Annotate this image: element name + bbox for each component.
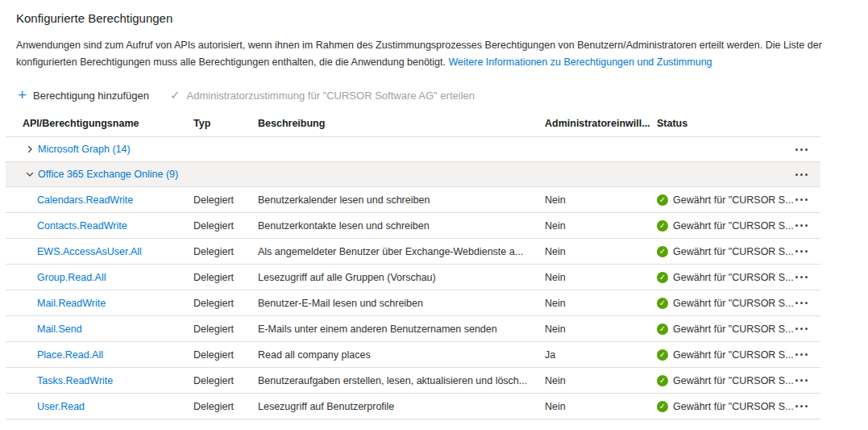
permission-actions-cell — [794, 349, 820, 361]
permission-name-link[interactable]: Mail.Send — [37, 324, 82, 335]
status-text: Gewährt für "CURSOR S... — [673, 272, 794, 283]
more-options-button[interactable] — [794, 271, 809, 283]
permission-name-link[interactable]: Group.Read.All — [37, 272, 106, 283]
page-description: Anwendungen sind zum Aufruf von APIs aut… — [16, 37, 854, 71]
permission-status-cell: ✓ Gewährt für "CURSOR S... — [657, 349, 794, 361]
status-text: Gewährt für "CURSOR S... — [673, 194, 794, 206]
permission-description: Benutzerkalender lesen und schreiben — [258, 194, 545, 206]
status-text: Gewährt für "CURSOR S... — [673, 246, 794, 257]
status-badge: ✓ Gewährt für "CURSOR S... — [657, 272, 794, 283]
permissions-table: API/Berechtigungsname Typ Beschreibung A… — [6, 111, 820, 420]
permission-description: Benutzer-E-Mail lesen und schreiben — [258, 298, 545, 309]
status-badge: ✓ Gewährt für "CURSOR S... — [657, 401, 794, 412]
granted-check-icon: ✓ — [657, 349, 668, 361]
chevron-icon[interactable] — [25, 144, 35, 154]
learn-more-link[interactable]: Weitere Informationen zu Berechtigungen … — [449, 56, 712, 68]
group-actions-cell — [794, 169, 820, 181]
column-header-api-name[interactable]: API/Berechtigungsname — [6, 118, 193, 129]
api-group-row[interactable]: Office 365 Exchange Online (9) — [6, 162, 820, 187]
more-options-button[interactable] — [794, 349, 809, 361]
permission-status-cell: ✓ Gewährt für "CURSOR S... — [657, 272, 794, 283]
permission-type: Delegiert — [193, 194, 258, 206]
permission-row[interactable]: EWS.AccessAsUser.All Delegiert Als angem… — [6, 239, 820, 265]
permission-name-cell: Group.Read.All — [6, 272, 193, 283]
column-header-type[interactable]: Typ — [193, 118, 258, 129]
permission-actions-cell — [794, 271, 820, 283]
permission-description: Lesezugriff auf Benutzerprofile — [258, 401, 545, 412]
permission-description: Read all company places — [258, 349, 545, 361]
permission-type: Delegiert — [193, 349, 258, 361]
more-options-button[interactable] — [794, 374, 809, 386]
permission-name-link[interactable]: Tasks.ReadWrite — [37, 375, 113, 386]
more-options-button[interactable] — [794, 297, 809, 309]
permission-status-cell: ✓ Gewährt für "CURSOR S... — [657, 401, 794, 412]
admin-consent-required: Nein — [545, 401, 657, 412]
permission-status-cell: ✓ Gewährt für "CURSOR S... — [657, 375, 794, 386]
group-name-link[interactable]: Microsoft Graph (14) — [38, 144, 131, 155]
permission-actions-cell — [794, 400, 820, 412]
admin-consent-required: Nein — [545, 298, 657, 309]
chevron-icon[interactable] — [25, 169, 35, 179]
permission-type: Delegiert — [193, 246, 258, 257]
permission-name-link[interactable]: Calendars.ReadWrite — [37, 194, 133, 206]
admin-consent-required: Nein — [545, 246, 657, 257]
permission-name-cell: Contacts.ReadWrite — [6, 220, 193, 232]
more-options-button[interactable] — [794, 245, 809, 257]
permission-name-link[interactable]: EWS.AccessAsUser.All — [37, 246, 142, 257]
api-permissions-pane: Konfigurierte Berechtigungen Anwendungen… — [0, 0, 868, 430]
permission-name-link[interactable]: Place.Read.All — [37, 349, 103, 361]
permission-type: Delegiert — [193, 298, 258, 309]
permission-type: Delegiert — [193, 220, 258, 232]
toolbar: + Berechtigung hinzufügen ✓ Administrato… — [18, 84, 868, 106]
status-text: Gewährt für "CURSOR S... — [673, 349, 794, 361]
admin-consent-required: Nein — [545, 220, 657, 232]
granted-check-icon: ✓ — [657, 194, 668, 206]
status-text: Gewährt für "CURSOR S... — [673, 298, 794, 309]
status-badge: ✓ Gewährt für "CURSOR S... — [657, 375, 794, 386]
add-permission-button[interactable]: + Berechtigung hinzufügen — [18, 88, 149, 102]
permission-row[interactable]: User.Read Delegiert Lesezugriff auf Benu… — [6, 394, 820, 420]
granted-check-icon: ✓ — [657, 401, 668, 412]
more-options-button[interactable] — [794, 144, 809, 156]
permission-type: Delegiert — [193, 375, 258, 386]
permission-description: Als angemeldeter Benutzer über Exchange-… — [258, 246, 545, 257]
permission-name-link[interactable]: Mail.ReadWrite — [37, 298, 106, 309]
granted-check-icon: ✓ — [657, 375, 668, 386]
granted-check-icon: ✓ — [657, 324, 668, 335]
more-options-button[interactable] — [794, 169, 809, 181]
permission-row[interactable]: Calendars.ReadWrite Delegiert Benutzerka… — [6, 187, 820, 213]
more-options-button[interactable] — [794, 194, 809, 206]
permission-actions-cell — [794, 297, 820, 309]
grant-admin-consent-button[interactable]: ✓ Administratorzustimmung für "CURSOR So… — [170, 89, 475, 102]
permission-row[interactable]: Contacts.ReadWrite Delegiert Benutzerkon… — [6, 213, 820, 239]
granted-check-icon: ✓ — [657, 272, 668, 283]
permission-name-cell: Mail.ReadWrite — [6, 298, 193, 309]
permission-type: Delegiert — [193, 272, 258, 283]
status-text: Gewährt für "CURSOR S... — [673, 401, 794, 412]
more-options-button[interactable] — [794, 323, 809, 335]
permission-row[interactable]: Group.Read.All Delegiert Lesezugriff auf… — [6, 265, 820, 290]
group-name-link[interactable]: Office 365 Exchange Online (9) — [38, 169, 178, 180]
status-text: Gewährt für "CURSOR S... — [673, 324, 794, 335]
permission-row[interactable]: Place.Read.All Delegiert Read all compan… — [6, 342, 820, 368]
permission-row[interactable]: Mail.ReadWrite Delegiert Benutzer-E-Mail… — [6, 290, 820, 316]
more-options-button[interactable] — [794, 400, 809, 412]
admin-consent-required: Nein — [545, 194, 657, 206]
admin-consent-required: Ja — [545, 349, 657, 361]
permission-row[interactable]: Mail.Send Delegiert E-Mails unter einem … — [6, 316, 820, 342]
permission-actions-cell — [794, 219, 820, 232]
api-group-row[interactable]: Microsoft Graph (14) — [6, 137, 820, 162]
permission-actions-cell — [794, 374, 820, 386]
more-options-button[interactable] — [794, 219, 809, 232]
permission-row[interactable]: Tasks.ReadWrite Delegiert Benutzeraufgab… — [6, 368, 820, 394]
column-header-status[interactable]: Status — [657, 118, 794, 129]
permission-name-link[interactable]: Contacts.ReadWrite — [37, 220, 127, 232]
granted-check-icon: ✓ — [657, 220, 668, 232]
permission-type: Delegiert — [193, 401, 258, 412]
column-header-admin-consent[interactable]: Administratoreinwill... — [545, 118, 657, 129]
permission-name-link[interactable]: User.Read — [37, 401, 85, 412]
status-badge: ✓ Gewährt für "CURSOR S... — [657, 220, 794, 232]
permission-actions-cell — [794, 245, 820, 257]
column-header-description[interactable]: Beschreibung — [258, 118, 545, 129]
api-group-name-cell: Microsoft Graph (14) — [6, 144, 193, 155]
